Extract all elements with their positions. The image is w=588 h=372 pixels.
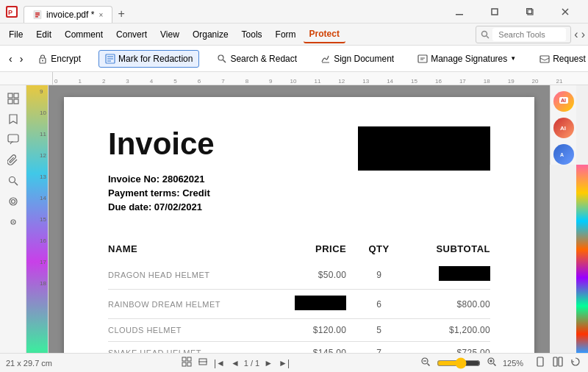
page-num-11: 11 <box>40 131 46 137</box>
toolbar: ‹ › Encrypt Mark for Redaction Search & … <box>0 46 588 72</box>
svg-text:AI: AI <box>560 125 566 132</box>
menu-organize[interactable]: Organize <box>187 26 234 43</box>
row-4-qty: 7 <box>346 342 412 354</box>
page-dimensions: 21 x 29.7 cm <box>6 359 52 368</box>
close-btn[interactable] <box>548 0 582 24</box>
add-tab-btn[interactable]: + <box>112 5 130 23</box>
main-layout: 9 10 11 12 13 14 15 16 17 18 Invoice Inv… <box>0 85 588 353</box>
sidebar-search-icon[interactable] <box>6 174 21 188</box>
toolbar-forward-btn[interactable]: › <box>17 51 26 66</box>
sidebar-comment-icon[interactable] <box>6 132 21 147</box>
invoice-left-header: Invoice Invoice No: 28062021 Payment ter… <box>108 126 215 215</box>
sign-document-btn[interactable]: Sign Document <box>315 51 400 67</box>
status-center: |◄ ◄ 1 / 1 ► ►| <box>52 357 419 369</box>
mark-redaction-btn[interactable]: Mark for Redaction <box>98 50 199 68</box>
tab-title: invoice.pdf * <box>46 10 94 20</box>
maximize-btn[interactable] <box>513 0 547 24</box>
ai-assistant-1[interactable]: AI <box>553 91 574 112</box>
sidebar-attachment-icon[interactable] <box>6 153 21 168</box>
fit-page-btn[interactable] <box>180 357 193 369</box>
encrypt-btn[interactable]: Encrypt <box>32 51 87 67</box>
menu-form[interactable]: Form <box>270 26 302 43</box>
col-qty-header: QTY <box>346 237 412 260</box>
thumbnail-panel: 9 10 11 12 13 14 15 16 17 18 <box>26 85 49 353</box>
sidebar-bookmark-icon[interactable] <box>6 112 21 126</box>
table-row: DRAGON HEAD HELMET $50.00 9 <box>108 260 490 290</box>
sign-icon <box>320 54 331 64</box>
svg-rect-28 <box>14 93 18 98</box>
office-icon: A <box>559 149 569 160</box>
table-row: RAINBOW DREAM HELMET 6 $800.00 <box>108 290 490 319</box>
chat-icon: AI <box>559 96 569 107</box>
table-row: CLOUDS HELMET $120.00 5 $1,200.00 <box>108 319 490 342</box>
search-redact-btn[interactable]: Search & Redact <box>211 51 303 67</box>
svg-line-33 <box>15 182 18 185</box>
content-area[interactable]: Invoice Invoice No: 28062021 Payment ter… <box>49 85 550 353</box>
row-4-name: SNAKE HEAD HELMET <box>108 342 271 354</box>
menu-tools[interactable]: Tools <box>236 26 268 43</box>
prev-page-btn[interactable]: ◄ <box>229 358 241 368</box>
svg-line-50 <box>428 364 430 366</box>
last-page-btn[interactable]: ►| <box>277 358 291 368</box>
nav-back-btn[interactable]: ‹ <box>574 28 578 41</box>
menu-edit[interactable]: Edit <box>30 26 57 43</box>
menu-view[interactable]: View <box>154 26 185 43</box>
row-1-price: $50.00 <box>271 260 346 290</box>
toolbar-back-btn[interactable]: ‹ <box>6 51 15 66</box>
request-esign-btn[interactable]: Request eSign ! <box>534 51 588 67</box>
row-1-subtotal-redacted <box>439 266 490 281</box>
fit-width-btn[interactable] <box>196 357 209 369</box>
invoice-table: NAME PRICE QTY SUBTOTAL DRAGON HEAD HELM… <box>108 237 490 353</box>
next-page-btn[interactable]: ► <box>262 358 274 368</box>
zoom-out-btn[interactable] <box>419 357 432 369</box>
esign-icon <box>539 54 550 64</box>
col-price-header: PRICE <box>271 237 346 260</box>
sidebar-layers-icon[interactable] <box>6 194 21 209</box>
tab-close-btn[interactable]: × <box>98 11 103 19</box>
menu-protect[interactable]: Protect <box>304 26 345 43</box>
row-3-price: $120.00 <box>271 319 346 342</box>
nav-forward-btn[interactable]: › <box>581 28 585 41</box>
page-num-13: 13 <box>40 174 46 180</box>
header-redacted-image <box>358 126 490 171</box>
ai-assistant-2[interactable]: AI <box>553 118 574 138</box>
title-bar-left: P <box>6 6 18 18</box>
row-2-name: RAINBOW DREAM HELMET <box>108 290 271 319</box>
svg-rect-27 <box>8 93 12 98</box>
pdf-page: Invoice Invoice No: 28062021 Payment ter… <box>64 97 534 353</box>
svg-rect-44 <box>182 362 186 366</box>
restore-btn[interactable] <box>478 0 512 24</box>
search-tools-icon <box>481 30 490 39</box>
page-num-17: 17 <box>40 259 46 265</box>
lock-icon <box>37 54 48 64</box>
left-sidebar <box>0 85 26 353</box>
svg-rect-55 <box>537 357 543 366</box>
first-page-btn[interactable]: |◄ <box>212 358 226 368</box>
due-date-row: Due date: 07/02/2021 <box>108 201 215 212</box>
menu-comment[interactable]: Comment <box>59 26 109 43</box>
payment-terms-row: Payment terms: Credit <box>108 187 215 198</box>
menu-file[interactable]: File <box>3 26 29 43</box>
sidebar-thumbnail-icon[interactable] <box>6 91 21 106</box>
two-page-btn[interactable] <box>551 357 564 369</box>
file-tab[interactable]: invoice.pdf * × <box>24 6 112 23</box>
row-2-subtotal: $800.00 <box>412 290 490 319</box>
single-page-btn[interactable] <box>534 357 547 369</box>
window-controls <box>442 0 582 24</box>
office-assistant[interactable]: A <box>553 144 574 165</box>
svg-text:P: P <box>8 9 12 16</box>
sidebar-properties-icon[interactable] <box>6 215 21 229</box>
invoice-no-row: Invoice No: 28062021 <box>108 174 215 185</box>
svg-rect-57 <box>559 357 562 366</box>
manage-signatures-btn[interactable]: Manage Signatures ▼ <box>412 51 522 67</box>
svg-point-37 <box>12 221 14 223</box>
minimize-btn[interactable] <box>442 0 476 24</box>
app-icon: P <box>6 6 18 18</box>
zoom-slider[interactable] <box>437 357 481 369</box>
zoom-in-btn[interactable] <box>485 357 498 369</box>
menu-convert[interactable]: Convert <box>110 26 153 43</box>
manage-sigs-dropdown[interactable]: ▼ <box>510 55 516 62</box>
table-row: SNAKE HEAD HELMET $145.00 7 $725.00 <box>108 342 490 354</box>
search-tools-input[interactable] <box>492 28 566 41</box>
rotate-btn[interactable] <box>569 357 582 369</box>
